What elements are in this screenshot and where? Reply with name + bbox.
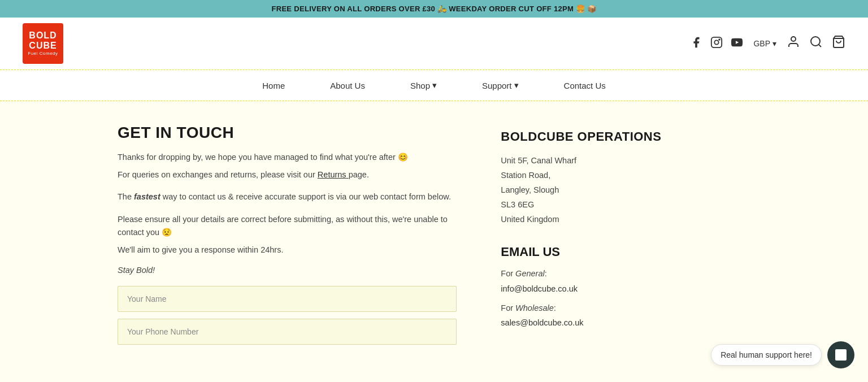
svg-rect-0: [711, 37, 722, 47]
wholesale-email-line: For Wholesale: sales@boldcube.co.uk: [501, 301, 750, 330]
youtube-icon[interactable]: [731, 36, 743, 51]
header-action-icons: [787, 35, 845, 52]
cart-icon[interactable]: [832, 35, 845, 52]
ensure-line: Please ensure all your details are corre…: [118, 213, 467, 239]
header: BOLD CUBE Fuel Comedy GBP ▾: [0, 18, 868, 70]
wholesale-email-text: sales@boldcube.co.uk: [501, 318, 583, 327]
phone-input[interactable]: [118, 319, 457, 345]
chevron-down-icon: ▾: [772, 39, 776, 48]
header-right: GBP ▾: [690, 35, 845, 52]
chat-button[interactable]: [827, 341, 854, 368]
wholesale-italic: Wholesale: [515, 303, 554, 312]
announcement-bar: FREE DELIVERY ON ALL ORDERS OVER £30 🛵 W…: [0, 0, 868, 18]
svg-point-4: [791, 37, 796, 41]
general-email-line: For General: info@boldcube.co.uk: [501, 266, 750, 296]
nav-home[interactable]: Home: [262, 81, 285, 90]
instagram-icon[interactable]: [710, 36, 723, 51]
nav-about[interactable]: About Us: [330, 81, 365, 90]
chat-icon: [835, 349, 847, 361]
social-icons: [690, 36, 743, 51]
intro-line2: For queries on exchanges and returns, pl…: [118, 168, 467, 181]
address-line1: Unit 5F, Canal Wharf: [501, 153, 750, 168]
wholesale-email-link[interactable]: sales@boldcube.co.uk: [501, 318, 583, 327]
logo-container[interactable]: BOLD CUBE Fuel Comedy: [23, 23, 63, 64]
returns-link[interactable]: Returns: [318, 170, 349, 179]
left-column: GET IN TOUCH Thanks for dropping by, we …: [118, 124, 467, 361]
fastest-line: The fastest way to contact us & receive …: [118, 190, 467, 203]
email-title: EMAIL US: [501, 245, 750, 259]
general-email-text: info@boldcube.co.uk: [501, 284, 578, 293]
address-line4: SL3 6EG: [501, 197, 750, 212]
logo-line1: BOLD: [29, 31, 57, 41]
name-field-group: [118, 286, 467, 312]
name-input[interactable]: [118, 286, 457, 312]
logo[interactable]: BOLD CUBE Fuel Comedy: [23, 23, 63, 64]
chat-bubble: Real human support here!: [711, 344, 822, 366]
right-column: BOLDCUBE OPERATIONS Unit 5F, Canal Wharf…: [501, 124, 750, 361]
nav-support[interactable]: Support ▾: [482, 80, 519, 90]
email-section: EMAIL US For General: info@boldcube.co.u…: [501, 245, 750, 329]
main-nav: Home About Us Shop ▾ Support ▾ Contact U…: [0, 70, 868, 101]
shop-chevron-icon: ▾: [432, 80, 437, 90]
currency-label: GBP: [753, 39, 770, 48]
page-wrapper: GET IN TOUCH Thanks for dropping by, we …: [0, 101, 868, 382]
currency-selector[interactable]: GBP ▾: [753, 39, 776, 48]
svg-line-6: [819, 45, 821, 47]
nav-shop[interactable]: Shop ▾: [410, 80, 437, 90]
account-icon[interactable]: [787, 35, 800, 52]
main-content: GET IN TOUCH Thanks for dropping by, we …: [95, 101, 773, 382]
phone-field-group: [118, 319, 467, 345]
intro-line1: Thanks for dropping by, we hope you have…: [118, 151, 467, 164]
general-italic: General: [515, 269, 545, 278]
facebook-icon[interactable]: [690, 36, 702, 51]
svg-point-2: [719, 39, 721, 40]
logo-line2: CUBE: [29, 41, 57, 51]
response-line: We'll aim to give you a response within …: [118, 244, 467, 257]
chat-widget: Real human support here!: [711, 341, 854, 368]
svg-point-1: [715, 40, 719, 44]
address-line3: Langley, Slough: [501, 183, 750, 197]
address-line2: Station Road,: [501, 168, 750, 183]
svg-point-5: [811, 37, 820, 46]
general-email-link[interactable]: info@boldcube.co.uk: [501, 284, 578, 293]
address-line5: United Kingdom: [501, 212, 750, 227]
operations-title: BOLDCUBE OPERATIONS: [501, 129, 750, 144]
address-block: Unit 5F, Canal Wharf Station Road, Langl…: [501, 153, 750, 227]
support-chevron-icon: ▾: [514, 80, 519, 90]
search-icon[interactable]: [809, 35, 823, 52]
stay-bold-text: Stay Bold!: [118, 266, 467, 275]
announcement-text: FREE DELIVERY ON ALL ORDERS OVER £30 🛵 W…: [271, 5, 596, 13]
logo-sub: Fuel Comedy: [28, 51, 58, 57]
nav-contact[interactable]: Contact Us: [564, 81, 606, 90]
page-title: GET IN TOUCH: [118, 124, 467, 142]
